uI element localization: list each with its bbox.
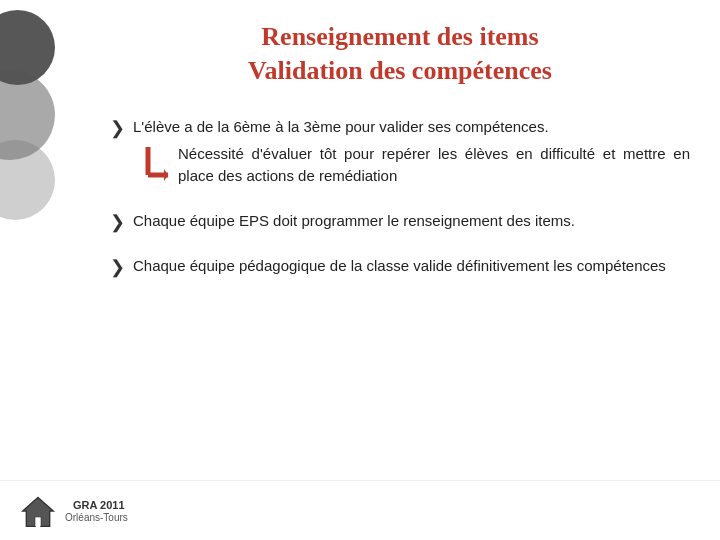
deco-left bbox=[0, 0, 80, 540]
title-block: Renseignement des items Validation des c… bbox=[110, 20, 690, 88]
main-content: Renseignement des items Validation des c… bbox=[90, 0, 720, 480]
arrow-icon bbox=[140, 147, 168, 185]
footer-info: GRA 2011 Orléans-Tours bbox=[65, 498, 128, 523]
gra-label: GRA 2011 bbox=[73, 498, 128, 512]
bullet-icon-3: ❯ bbox=[110, 256, 125, 278]
bullet-text-3: Chaque équipe pédagogique de la classe v… bbox=[133, 255, 666, 278]
bullet-icon-1: ❯ bbox=[110, 117, 125, 139]
sub-bullet-row-1: Nécessité d'évaluer tôt pour repérer les… bbox=[140, 143, 690, 188]
page-title: Renseignement des items Validation des c… bbox=[110, 20, 690, 88]
circle-bot bbox=[0, 140, 55, 220]
bullet-section-3: ❯ Chaque équipe pédagogique de la classe… bbox=[110, 255, 690, 278]
bullet-text-1: L'élève a de la 6ème à la 3ème pour vali… bbox=[133, 116, 549, 139]
sub-bullet-text-1: Nécessité d'évaluer tôt pour repérer les… bbox=[178, 143, 690, 188]
home-button[interactable] bbox=[10, 483, 65, 538]
bullet-row-3: ❯ Chaque équipe pédagogique de la classe… bbox=[110, 255, 690, 278]
bullet-text-2: Chaque équipe EPS doit programmer le ren… bbox=[133, 210, 575, 233]
gra-location: Orléans-Tours bbox=[65, 512, 128, 523]
bullet-section-2: ❯ Chaque équipe EPS doit programmer le r… bbox=[110, 210, 690, 233]
home-icon bbox=[20, 493, 56, 529]
page-container: Renseignement des items Validation des c… bbox=[0, 0, 720, 540]
svg-marker-2 bbox=[164, 169, 168, 181]
bullet-icon-2: ❯ bbox=[110, 211, 125, 233]
bullet-section-1: ❯ L'élève a de la 6ème à la 3ème pour va… bbox=[110, 116, 690, 188]
bullet-row-1: ❯ L'élève a de la 6ème à la 3ème pour va… bbox=[110, 116, 690, 139]
bottom-bar: GRA 2011 Orléans-Tours bbox=[0, 480, 720, 540]
bullet-row-2: ❯ Chaque équipe EPS doit programmer le r… bbox=[110, 210, 690, 233]
svg-rect-4 bbox=[35, 517, 40, 526]
